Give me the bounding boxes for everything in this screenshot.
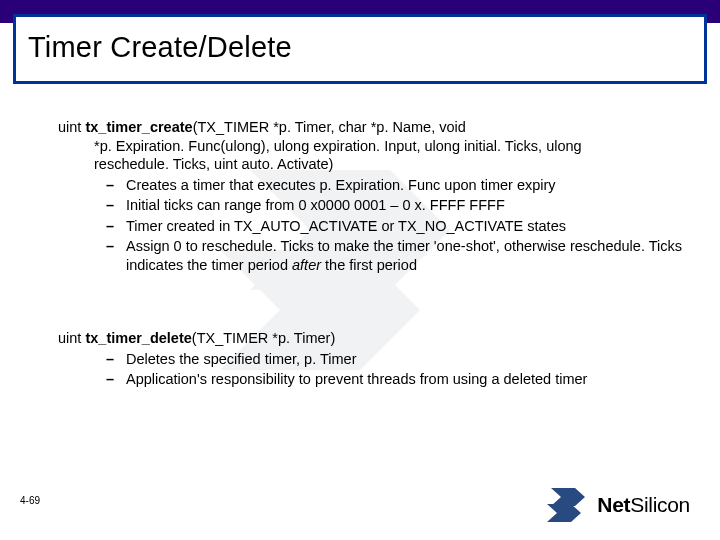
- func1-params-l2: *p. Expiration. Func(ulong), ulong expir…: [58, 137, 688, 156]
- func1-signature: uint tx_timer_create(TX_TIMER *p. Timer,…: [58, 118, 688, 174]
- func1-return: uint: [58, 119, 85, 135]
- func1-name: tx_timer_create: [85, 119, 192, 135]
- logo-text: NetSilicon: [597, 493, 690, 517]
- bullet-text: Initial ticks can range from 0 x0000 000…: [126, 197, 505, 213]
- svg-marker-2: [551, 488, 585, 506]
- bullet-text: Timer created in TX_AUTO_ACTIVATE or TX_…: [126, 218, 566, 234]
- slide-title: Timer Create/Delete: [28, 31, 692, 64]
- list-item: Timer created in TX_AUTO_ACTIVATE or TX_…: [58, 217, 688, 236]
- bullet-text: Application's responsibility to prevent …: [126, 371, 587, 387]
- svg-marker-3: [547, 504, 581, 522]
- bullet-text-italic: after: [292, 257, 321, 273]
- func2-signature: uint tx_timer_delete(TX_TIMER *p. Timer): [58, 329, 688, 348]
- bullet-text: Deletes the specified timer, p. Timer: [126, 351, 357, 367]
- slide-number: 4-69: [20, 495, 40, 506]
- list-item: Assign 0 to reschedule. Ticks to make th…: [58, 237, 688, 274]
- func1-params-l1: (TX_TIMER *p. Timer, char *p. Name, void: [193, 119, 466, 135]
- func1-bullets: Creates a timer that executes p. Expirat…: [58, 176, 688, 275]
- func2-params: (TX_TIMER *p. Timer): [192, 330, 335, 346]
- title-box: Timer Create/Delete: [13, 14, 707, 84]
- list-item: Deletes the specified timer, p. Timer: [58, 350, 688, 369]
- list-item: Creates a timer that executes p. Expirat…: [58, 176, 688, 195]
- logo-text-bold: Net: [597, 493, 630, 516]
- func2-bullets: Deletes the specified timer, p. Timer Ap…: [58, 350, 688, 389]
- func2-return: uint: [58, 330, 85, 346]
- content-area: uint tx_timer_create(TX_TIMER *p. Timer,…: [58, 118, 688, 391]
- func1-params-l3: reschedule. Ticks, uint auto. Activate): [58, 155, 688, 174]
- logo: NetSilicon: [545, 486, 690, 524]
- logo-arrows-icon: [545, 486, 591, 524]
- logo-text-light: Silicon: [630, 493, 690, 516]
- bullet-text: Creates a timer that executes p. Expirat…: [126, 177, 556, 193]
- func2-name: tx_timer_delete: [85, 330, 191, 346]
- list-item: Initial ticks can range from 0 x0000 000…: [58, 196, 688, 215]
- bullet-text-post: the first period: [321, 257, 417, 273]
- list-item: Application's responsibility to prevent …: [58, 370, 688, 389]
